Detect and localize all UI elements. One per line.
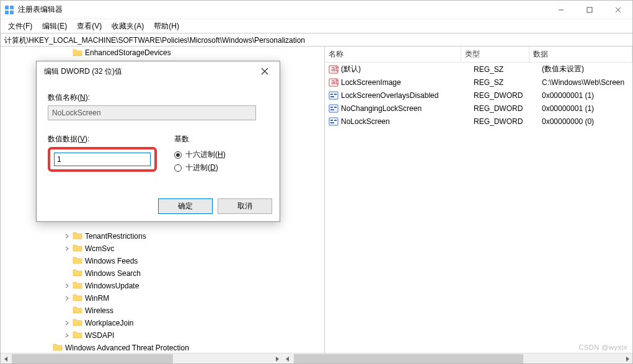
folder-icon	[73, 305, 85, 317]
tree-item[interactable]: TenantRestrictions	[1, 230, 324, 242]
menu-favorites[interactable]: 收藏夹(A)	[107, 20, 149, 33]
minimize-button[interactable]	[547, 1, 575, 19]
cancel-button[interactable]: 取消	[218, 198, 272, 214]
data-label: 数值数据(V):	[48, 134, 89, 144]
svg-rect-17	[330, 107, 333, 108]
tree-label: WinRM	[85, 294, 109, 303]
base-label: 基数	[174, 134, 189, 144]
folder-icon	[73, 268, 85, 280]
value-row[interactable]: ab(默认)REG_SZ(数值未设置)	[325, 63, 632, 76]
svg-rect-0	[5, 6, 9, 9]
tree-item[interactable]: Windows Advanced Threat Protection	[1, 342, 324, 353]
radio-icon	[174, 151, 182, 159]
menu-file[interactable]: 文件(F)	[3, 20, 37, 33]
tree-item[interactable]: WorkplaceJoin	[1, 317, 324, 329]
svg-rect-22	[330, 122, 334, 123]
dialog-title: 编辑 DWORD (32 位)值	[44, 66, 122, 77]
svg-rect-3	[10, 11, 14, 14]
close-button[interactable]	[604, 1, 632, 19]
chevron-right-icon[interactable]	[63, 319, 71, 327]
radio-icon	[174, 164, 182, 172]
svg-rect-15	[334, 94, 337, 95]
svg-marker-25	[276, 357, 279, 362]
chevron-right-icon[interactable]	[63, 269, 71, 278]
folder-icon	[73, 293, 85, 304]
maximize-button[interactable]	[575, 1, 604, 19]
dword-icon	[329, 91, 339, 100]
chevron-right-icon[interactable]	[63, 331, 71, 340]
tree-item[interactable]: Windows Search	[1, 267, 324, 280]
svg-marker-26	[286, 357, 289, 362]
chevron-right-icon[interactable]	[63, 282, 71, 290]
value-type: REG_DWORD	[474, 104, 542, 113]
folder-icon	[73, 255, 85, 267]
title-bar[interactable]: 注册表编辑器	[1, 1, 632, 19]
chevron-right-icon[interactable]	[63, 306, 71, 315]
menu-edit[interactable]: 编辑(E)	[37, 20, 72, 33]
value-name: NoChangingLockScreen	[341, 104, 474, 113]
ok-button[interactable]: 确定	[158, 198, 213, 214]
menu-help[interactable]: 帮助(H)	[149, 20, 184, 33]
value-highlight-box	[48, 147, 157, 172]
dword-icon	[329, 117, 339, 127]
svg-rect-2	[5, 11, 9, 14]
col-data[interactable]: 数据	[529, 47, 632, 62]
address-bar[interactable]: 计算机\HKEY_LOCAL_MACHINE\SOFTWARE\Policies…	[1, 33, 632, 47]
svg-text:ab: ab	[331, 64, 339, 73]
folder-icon	[53, 342, 65, 353]
chevron-right-icon[interactable]	[63, 244, 71, 253]
chevron-right-icon[interactable]	[63, 232, 71, 241]
svg-marker-27	[626, 357, 629, 362]
value-row[interactable]: abLockScreenImageREG_SZC:\Windows\Web\Sc…	[325, 76, 632, 89]
tree-item[interactable]: Windows Feeds	[1, 255, 324, 267]
svg-rect-18	[330, 109, 334, 110]
watermark: CSDN @wyxtx	[579, 344, 627, 351]
value-name: LockScreenOverlaysDisabled	[341, 91, 474, 100]
scroll-left-icon[interactable]	[1, 353, 11, 364]
radio-hex[interactable]: 十六进制(H)	[174, 149, 226, 160]
folder-icon	[73, 317, 85, 329]
svg-rect-1	[10, 6, 14, 9]
value-row[interactable]: NoLockScreenREG_DWORD0x00000000 (0)	[325, 115, 632, 128]
tree-label: Windows Advanced Threat Protection	[65, 344, 189, 352]
tree-item[interactable]: Wireless	[1, 304, 324, 317]
radio-dec[interactable]: 十进制(D)	[174, 162, 226, 173]
tree-item[interactable]: EnhancedStorageDevices	[1, 47, 324, 59]
dialog-close-button[interactable]	[255, 61, 275, 81]
scroll-right-icon-2[interactable]	[622, 353, 632, 364]
value-data: (数值未设置)	[542, 64, 629, 74]
scroll-thumb-2[interactable]	[294, 354, 523, 363]
menu-view[interactable]: 查看(V)	[72, 20, 107, 33]
tree-item[interactable]: WinRM	[1, 292, 324, 304]
tree-label: WorkplaceJoin	[85, 319, 133, 327]
svg-rect-12	[329, 92, 338, 99]
col-type[interactable]: 类型	[461, 47, 529, 62]
dialog-title-bar[interactable]: 编辑 DWORD (32 位)值	[37, 61, 280, 81]
scroll-left-icon-2[interactable]	[283, 353, 293, 364]
svg-rect-23	[334, 120, 337, 121]
folder-icon	[73, 243, 85, 255]
value-type: REG_DWORD	[474, 117, 542, 126]
tree-item[interactable]: WindowsUpdate	[1, 280, 324, 292]
tree-label: WcmSvc	[85, 244, 114, 253]
scroll-thumb[interactable]	[12, 354, 173, 363]
name-field: NoLockScreen	[48, 105, 256, 120]
col-name[interactable]: 名称	[325, 47, 461, 62]
scroll-right-icon[interactable]	[272, 353, 283, 364]
value-data-input[interactable]	[54, 153, 151, 166]
chevron-right-icon[interactable]	[63, 294, 71, 303]
value-row[interactable]: NoChangingLockScreenREG_DWORD0x00000001 …	[325, 102, 632, 115]
chevron-right-icon[interactable]	[63, 257, 71, 265]
chevron-right-icon[interactable]	[43, 344, 51, 352]
tree-label: EnhancedStorageDevices	[85, 48, 171, 57]
tree-item[interactable]: WSDAPI	[1, 329, 324, 342]
tree-label: Windows Feeds	[85, 257, 138, 265]
tree-item[interactable]: WcmSvc	[1, 242, 324, 255]
value-row[interactable]: LockScreenOverlaysDisabledREG_DWORD0x000…	[325, 89, 632, 102]
folder-icon	[73, 280, 85, 292]
value-type: REG_DWORD	[474, 91, 542, 100]
h-scrollbar[interactable]	[1, 353, 632, 363]
svg-text:ab: ab	[331, 78, 339, 86]
menu-bar: 文件(F) 编辑(E) 查看(V) 收藏夹(A) 帮助(H)	[1, 19, 632, 33]
list-pane[interactable]: 名称 类型 数据 ab(默认)REG_SZ(数值未设置)abLockScreen…	[325, 47, 632, 353]
